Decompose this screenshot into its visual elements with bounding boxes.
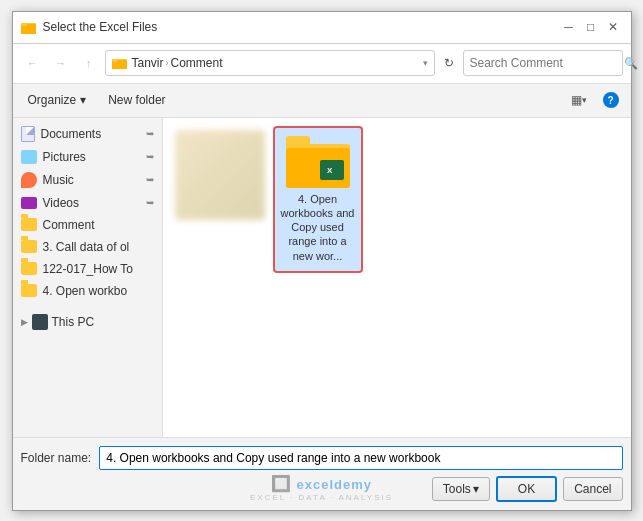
folder-name-label: Folder name:	[21, 451, 92, 465]
tools-button[interactable]: Tools ▾	[432, 477, 490, 501]
cancel-button[interactable]: Cancel	[563, 477, 622, 501]
pin-icon-music: ➥	[146, 174, 154, 185]
new-folder-label: New folder	[108, 93, 165, 107]
path-separator: ›	[166, 58, 169, 68]
path-dropdown-arrow: ▾	[423, 58, 428, 68]
path-folder-icon	[112, 56, 128, 70]
search-icon: 🔍	[624, 57, 638, 70]
sidebar-label-videos: Videos	[43, 196, 79, 210]
address-bar: Tanvir › Comment ▾	[105, 50, 435, 76]
music-icon	[21, 172, 37, 188]
sidebar-item-call-data[interactable]: 3. Call data of ol	[13, 236, 162, 258]
minimize-button[interactable]: ─	[559, 17, 579, 37]
sidebar-item-music[interactable]: Music ➥	[13, 168, 162, 192]
help-icon: ?	[603, 92, 619, 108]
open-workbo-folder-icon	[21, 284, 37, 297]
view-options-button[interactable]: ▦ ▾	[567, 88, 591, 112]
svg-rect-5	[112, 59, 117, 62]
excel-badge: X	[320, 160, 344, 180]
documents-icon	[21, 126, 35, 142]
sidebar-item-open-workbo[interactable]: 4. Open workbo	[13, 280, 162, 302]
folder-name-row: Folder name:	[21, 446, 623, 470]
view-dropdown-icon: ▾	[582, 95, 587, 105]
action-row: 🔲 exceldemy EXCEL · DATA · ANALYSIS Tool…	[21, 476, 623, 502]
sidebar-label-open-workbo: 4. Open workbo	[43, 284, 128, 298]
folder-name-input[interactable]	[99, 446, 622, 470]
expand-arrow-icon: ▶	[21, 317, 28, 327]
sidebar-label-pictures: Pictures	[43, 150, 86, 164]
maximize-button[interactable]: □	[581, 17, 601, 37]
sidebar-item-pictures[interactable]: Pictures ➥	[13, 146, 162, 168]
up-button[interactable]: ↑	[77, 51, 101, 75]
nav-bar: ← → ↑ Tanvir › Comment ▾ ↻ 🔍	[13, 44, 631, 84]
sidebar-label-call-data: 3. Call data of ol	[43, 240, 130, 254]
bottom-bar: Folder name: 🔲 exceldemy EXCEL · DATA · …	[13, 437, 631, 510]
call-data-folder-icon	[21, 240, 37, 253]
comment-folder-icon	[21, 218, 37, 231]
refresh-button[interactable]: ↻	[439, 53, 459, 73]
content-area: Documents ➥ Pictures ➥ Music ➥ Videos ➥	[13, 118, 631, 437]
sidebar-item-comment[interactable]: Comment	[13, 214, 162, 236]
main-panel: X 4. Open workbooks and Copy used range …	[163, 118, 631, 437]
folder-icon-open-workbooks: X	[286, 136, 350, 188]
back-button[interactable]: ←	[21, 51, 45, 75]
path-part-tanvir: Tanvir	[132, 56, 164, 70]
watermark-tagline: EXCEL · DATA · ANALYSIS	[250, 493, 393, 502]
address-path: Tanvir › Comment	[132, 56, 419, 70]
svg-text:X: X	[327, 166, 333, 175]
close-button[interactable]: ✕	[603, 17, 623, 37]
title-bar: Select the Excel Files ─ □ ✕	[13, 12, 631, 44]
how-to-folder-icon	[21, 262, 37, 275]
videos-icon	[21, 197, 37, 209]
this-pc-icon	[32, 314, 48, 330]
toolbar: Organize ▾ New folder ▦ ▾ ?	[13, 84, 631, 118]
tools-label: Tools	[443, 482, 471, 496]
file-dialog: Select the Excel Files ─ □ ✕ ← → ↑ Tanvi…	[12, 11, 632, 511]
sidebar: Documents ➥ Pictures ➥ Music ➥ Videos ➥	[13, 118, 163, 437]
sidebar-label-comment: Comment	[43, 218, 95, 232]
sidebar-label-music: Music	[43, 173, 74, 187]
path-part-comment: Comment	[171, 56, 223, 70]
search-box: 🔍	[463, 50, 623, 76]
file-label-open-workbooks: 4. Open workbooks and Copy used range in…	[279, 192, 357, 263]
sidebar-item-this-pc[interactable]: ▶ This PC	[13, 310, 162, 334]
dialog-icon	[21, 19, 37, 35]
pin-icon-documents: ➥	[146, 128, 154, 139]
sidebar-item-documents[interactable]: Documents ➥	[13, 122, 162, 146]
title-bar-controls: ─ □ ✕	[559, 17, 623, 37]
ok-button[interactable]: OK	[496, 476, 557, 502]
search-input[interactable]	[470, 56, 620, 70]
dialog-title: Select the Excel Files	[43, 20, 158, 34]
organize-label: Organize	[28, 93, 77, 107]
sidebar-item-videos[interactable]: Videos ➥	[13, 192, 162, 214]
tools-dropdown-icon: ▾	[473, 482, 479, 496]
title-bar-left: Select the Excel Files	[21, 19, 158, 35]
organize-dropdown-icon: ▾	[80, 93, 86, 107]
sidebar-label-how-to: 122-017_How To	[43, 262, 134, 276]
file-item-open-workbooks[interactable]: X 4. Open workbooks and Copy used range …	[273, 126, 363, 273]
new-folder-button[interactable]: New folder	[101, 89, 172, 111]
forward-button[interactable]: →	[49, 51, 73, 75]
view-icon: ▦	[571, 93, 582, 107]
sidebar-label-documents: Documents	[41, 127, 102, 141]
help-button[interactable]: ?	[599, 88, 623, 112]
watermark-logo: 🔲 exceldemy	[250, 474, 393, 493]
sidebar-label-this-pc: This PC	[52, 315, 95, 329]
organize-button[interactable]: Organize ▾	[21, 89, 94, 111]
pin-icon-pictures: ➥	[146, 151, 154, 162]
watermark: 🔲 exceldemy EXCEL · DATA · ANALYSIS	[250, 474, 393, 502]
pin-icon-videos: ➥	[146, 197, 154, 208]
svg-rect-2	[21, 23, 27, 26]
pictures-icon	[21, 150, 37, 164]
blurred-folder-item	[175, 130, 265, 220]
sidebar-item-how-to[interactable]: 122-017_How To	[13, 258, 162, 280]
